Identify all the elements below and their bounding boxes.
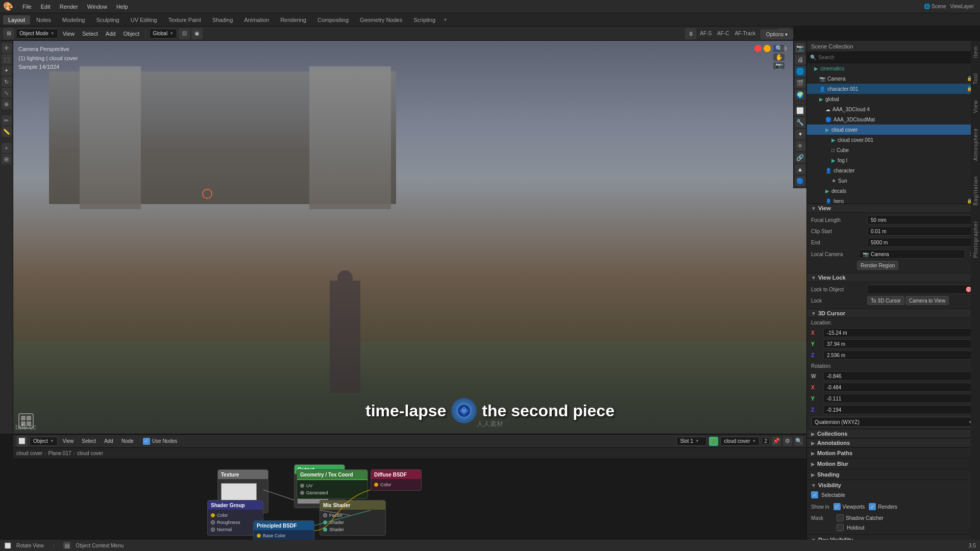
tool-extra[interactable]: ⊞	[2, 154, 12, 164]
camera-input-value[interactable]: 📷 Camera	[859, 249, 965, 259]
options-button[interactable]: Options ▾	[761, 30, 793, 39]
tab-atmosphere[interactable]: Atmosphere	[973, 128, 978, 161]
tool-annotate[interactable]: ✏	[2, 115, 12, 126]
tab-tool[interactable]: Tool	[973, 73, 978, 84]
ol-item-character[interactable]: 👤 character	[807, 165, 980, 176]
node-canvas[interactable]: Texture Output Shader Group Color	[13, 459, 806, 551]
renders-checkbox[interactable]: ✓	[869, 503, 876, 510]
snap-icon[interactable]: ⊡	[179, 28, 190, 39]
nav-camera[interactable]: 📷	[773, 62, 785, 69]
mode-dropdown[interactable]: Object Mode ▼	[16, 29, 58, 39]
tab-layout[interactable]: Layout	[3, 15, 30, 24]
cursor-rz-value[interactable]: -0.194	[823, 405, 976, 414]
cursor-y-value[interactable]: 37.94 m	[823, 339, 976, 348]
nav-zoom[interactable]: 🔍	[773, 45, 785, 52]
tool-move[interactable]: ✦	[2, 65, 12, 76]
tab-modeling[interactable]: Modeling	[57, 15, 90, 24]
ol-item-cloud4[interactable]: ☁ AAA_3DCloud 4	[807, 104, 980, 114]
prop-icon-scene[interactable]: 🎬	[795, 78, 805, 88]
view-section-header[interactable]: ▼ View ≡	[807, 204, 980, 213]
tab-rendering[interactable]: Rendering	[275, 15, 311, 24]
node-view-menu[interactable]: View	[60, 437, 77, 445]
prop-icon-world[interactable]: 🌍	[795, 90, 805, 100]
prop-icon-physics[interactable]: ⚛	[795, 141, 805, 151]
viewport-nav[interactable]: 🔍 ✋ 📷	[772, 45, 786, 59]
outliner-search-input[interactable]	[818, 55, 977, 60]
node-node-menu[interactable]: Node	[118, 437, 137, 445]
cursor-ry-value[interactable]: -0.111	[823, 394, 976, 403]
node-settings[interactable]: ⚙	[783, 437, 792, 446]
node-geometry[interactable]: Geometry / Tex Coord UV Generated	[297, 469, 368, 499]
ol-item-decals[interactable]: ▶ decals	[807, 186, 980, 196]
ol-item-fogl[interactable]: ▶ fog l	[807, 155, 980, 165]
tab-item[interactable]: Item	[973, 46, 978, 58]
viewport-select-menu[interactable]: Select	[79, 30, 101, 38]
tab-texture-paint[interactable]: Texture Paint	[163, 15, 206, 24]
prop-icon-data[interactable]: ▲	[795, 164, 805, 174]
tab-shading[interactable]: Shading	[207, 15, 238, 24]
cursor-section-header[interactable]: ▼ 3D Cursor ≡	[807, 309, 980, 318]
menu-file[interactable]: File	[18, 3, 36, 11]
add-workspace[interactable]: +	[444, 16, 447, 23]
collections-header[interactable]: ▶ Collections ≡	[807, 430, 980, 438]
motion-blur-header[interactable]: ▶ Motion Blur	[811, 461, 976, 467]
view-lock-header[interactable]: ▼ View Lock ≡	[807, 273, 980, 282]
toolbar-mode-icon[interactable]: ⊞	[3, 28, 14, 39]
prop-icon-output[interactable]: 🖨	[795, 55, 805, 65]
clip-start-value[interactable]: 0.01 m	[867, 227, 976, 236]
pause-render[interactable]: ⏸	[685, 28, 696, 39]
tab-scripting[interactable]: Scripting	[408, 15, 440, 24]
viewport-add-menu[interactable]: Add	[103, 30, 119, 38]
outliner-search[interactable]: 🔍	[807, 52, 980, 63]
clip-end-value[interactable]: 5000 m	[867, 238, 976, 247]
viewport-object-menu[interactable]: Object	[120, 30, 142, 38]
ol-item-cube[interactable]: □ Cube	[807, 145, 980, 155]
use-nodes-checkbox[interactable]: ✓	[143, 438, 150, 445]
render-region-btn[interactable]: Render Region	[857, 261, 898, 270]
selectable-checkbox[interactable]: ✓	[811, 491, 818, 498]
nav-hand[interactable]: ✋	[773, 54, 785, 61]
prop-icon-particles[interactable]: ✦	[795, 129, 805, 139]
lock-object-value[interactable]: 🎯	[867, 285, 976, 294]
cursor-w-value[interactable]: -0.846	[823, 371, 976, 381]
node-diffuse[interactable]: Diffuse BSDF Color	[371, 469, 422, 491]
visibility-header[interactable]: ▼ Visibility	[811, 482, 976, 490]
prop-icon-material[interactable]: 🔵	[795, 176, 805, 186]
cursor-rx-value[interactable]: -0.484	[823, 383, 976, 392]
focal-length-value[interactable]: 50 mm	[867, 215, 976, 224]
tool-rotate[interactable]: ↻	[2, 77, 12, 87]
breadcrumb-3[interactable]: cloud cover	[77, 450, 103, 456]
ol-item-cloudcover[interactable]: ▶ cloud cover 🔒	[807, 124, 980, 135]
menu-help[interactable]: Help	[112, 3, 132, 11]
breadcrumb-2[interactable]: Plane.017	[48, 450, 71, 456]
breadcrumb-1[interactable]: cloud cover	[16, 450, 42, 456]
tool-cursor[interactable]: ✛	[2, 43, 12, 53]
ol-item-character001[interactable]: 👤 character.001 🔒🔧	[807, 84, 980, 94]
tab-bagitalian[interactable]: Bag/italian	[973, 176, 978, 206]
tool-measure[interactable]: 📏	[2, 127, 12, 137]
tab-geometry-nodes[interactable]: Geometry Nodes	[355, 15, 407, 24]
prop-icon-constraints[interactable]: 🔗	[795, 153, 805, 163]
node-pin[interactable]: 📌	[772, 437, 781, 446]
node-mix-shader[interactable]: Mix Shader Factor Shader Shader	[320, 500, 386, 536]
camera-to-view-btn[interactable]: Camera to View	[905, 296, 949, 305]
annotations-header[interactable]: ▶ Annotations ≡	[807, 439, 980, 447]
tool-transform[interactable]: ⊕	[2, 99, 12, 109]
menu-render[interactable]: Render	[56, 3, 82, 11]
motion-paths-header[interactable]: ▶ Motion Paths	[811, 450, 976, 456]
material-dropdown[interactable]: cloud cover ▼	[720, 437, 760, 446]
tab-animation[interactable]: Animation	[239, 15, 274, 24]
node-mode-icon[interactable]: ⬜	[16, 436, 28, 447]
menu-edit[interactable]: Edit	[37, 3, 55, 11]
slot-dropdown[interactable]: Slot 1 ▼	[676, 437, 707, 446]
viewport-view-menu[interactable]: View	[60, 30, 78, 38]
ol-item-cloudcover001[interactable]: ▶ cloud cover.001	[807, 135, 980, 145]
tool-select[interactable]: ⬚	[2, 54, 12, 64]
tab-uv-editing[interactable]: UV Editing	[126, 15, 162, 24]
blender-logo[interactable]: 🎨	[3, 2, 13, 11]
prop-icon-modifier[interactable]: 🔧	[795, 117, 805, 128]
prop-icon-render[interactable]: 📷	[795, 43, 805, 53]
to-3d-cursor-btn[interactable]: To 3D Cursor	[867, 296, 904, 305]
ol-item-cloudmat[interactable]: 🔵 AAA_3DCloudMat	[807, 114, 980, 124]
ol-item-sun[interactable]: ☀ Sun	[807, 176, 980, 186]
